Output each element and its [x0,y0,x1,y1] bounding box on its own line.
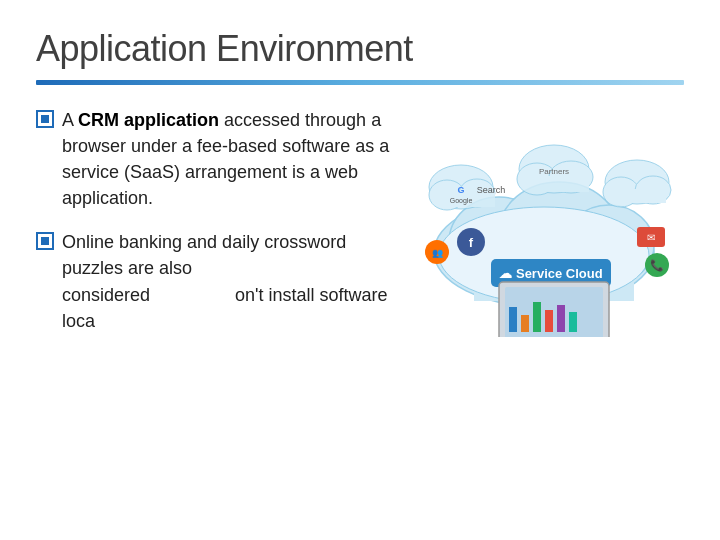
svg-rect-37 [545,310,553,332]
svg-text:👥: 👥 [432,247,444,259]
svg-text:Google: Google [450,197,473,205]
svg-rect-39 [569,312,577,332]
svg-text:Search: Search [477,185,506,195]
decorative-bar [36,80,684,85]
slide-title: Application Environment [36,28,684,70]
bullet-text-1: A CRM application accessed through a bro… [62,107,394,211]
bullet-inner [41,115,49,123]
svg-rect-18 [527,176,589,192]
bullet-icon [36,110,54,128]
bullet-inner [41,237,49,245]
svg-text:Partners: Partners [539,167,569,176]
svg-text:✉: ✉ [647,232,655,243]
svg-text:f: f [469,235,474,250]
cloud-container: ☁ Service Cloud G Google Search [409,97,679,337]
content-area: A CRM application accessed through a bro… [36,107,684,352]
list-item: Online banking and daily crossword puzzl… [36,229,394,333]
svg-rect-36 [533,302,541,332]
svg-text:G: G [457,185,464,195]
svg-rect-38 [557,305,565,332]
svg-rect-35 [521,315,529,332]
crm-bold: CRM application [78,110,219,130]
slide: Application Environment A CRM applicatio… [0,0,720,540]
cloud-image-section: ☁ Service Cloud G Google Search [404,97,684,337]
bullet-icon [36,232,54,250]
text-section: A CRM application accessed through a bro… [36,107,394,352]
svg-rect-33 [505,287,603,337]
cloud-illustration: ☁ Service Cloud G Google Search [409,97,679,337]
svg-text:☁ Service Cloud: ☁ Service Cloud [499,266,602,281]
svg-text:📞: 📞 [650,258,664,272]
svg-rect-34 [509,307,517,332]
bullet-text-2: Online banking and daily crossword puzzl… [62,229,394,333]
svg-rect-23 [614,189,666,203]
list-item: A CRM application accessed through a bro… [36,107,394,211]
